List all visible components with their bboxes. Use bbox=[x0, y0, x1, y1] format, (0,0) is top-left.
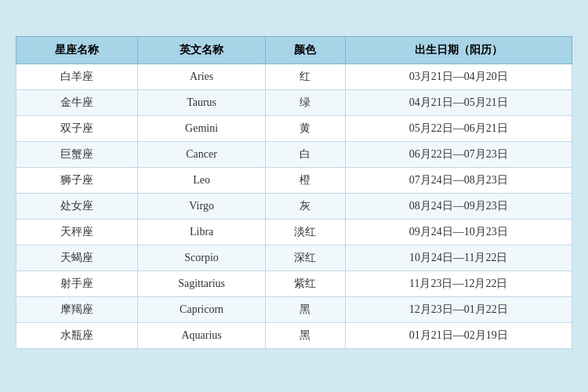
table-row: 处女座Virgo灰08月24日—09月23日 bbox=[16, 193, 572, 219]
cell-dates: 01月21日—02月19日 bbox=[345, 322, 572, 348]
cell-dates: 08月24日—09月23日 bbox=[345, 193, 572, 219]
cell-dates: 04月21日—05月21日 bbox=[345, 89, 572, 115]
cell-english-name: Aries bbox=[138, 64, 266, 89]
cell-color: 淡红 bbox=[265, 219, 345, 245]
table-header-row: 星座名称 英文名称 颜色 出生日期（阳历） bbox=[16, 36, 572, 64]
cell-english-name: Sagittarius bbox=[138, 270, 266, 296]
cell-color: 黄 bbox=[265, 115, 345, 141]
cell-english-name: Leo bbox=[138, 167, 266, 193]
cell-english-name: Scorpio bbox=[138, 245, 266, 270]
cell-color: 深红 bbox=[265, 245, 345, 270]
table-row: 射手座Sagittarius紫红11月23日—12月22日 bbox=[16, 270, 572, 296]
cell-dates: 12月23日—01月22日 bbox=[345, 296, 572, 322]
cell-dates: 05月22日—06月21日 bbox=[345, 115, 572, 141]
cell-color: 黑 bbox=[265, 296, 345, 322]
cell-dates: 11月23日—12月22日 bbox=[345, 270, 572, 296]
table-row: 巨蟹座Cancer白06月22日—07月23日 bbox=[16, 141, 572, 167]
cell-dates: 07月24日—08月23日 bbox=[345, 167, 572, 193]
cell-color: 橙 bbox=[265, 167, 345, 193]
table-row: 天秤座Libra淡红09月24日—10月23日 bbox=[16, 219, 572, 245]
table-row: 金牛座Taurus绿04月21日—05月21日 bbox=[16, 89, 572, 115]
cell-english-name: Gemini bbox=[138, 115, 266, 141]
cell-color: 白 bbox=[265, 141, 345, 167]
table-row: 白羊座Aries红03月21日—04月20日 bbox=[16, 64, 572, 89]
cell-english-name: Taurus bbox=[138, 89, 266, 115]
cell-chinese-name: 处女座 bbox=[16, 193, 138, 219]
table-row: 水瓶座Aquarius黑01月21日—02月19日 bbox=[16, 322, 572, 348]
cell-color: 绿 bbox=[265, 89, 345, 115]
header-english-name: 英文名称 bbox=[138, 36, 266, 64]
cell-english-name: Libra bbox=[138, 219, 266, 245]
table-row: 双子座Gemini黄05月22日—06月21日 bbox=[16, 115, 572, 141]
cell-dates: 06月22日—07月23日 bbox=[345, 141, 572, 167]
cell-chinese-name: 巨蟹座 bbox=[16, 141, 138, 167]
table-row: 狮子座Leo橙07月24日—08月23日 bbox=[16, 167, 572, 193]
cell-dates: 09月24日—10月23日 bbox=[345, 219, 572, 245]
header-chinese-name: 星座名称 bbox=[16, 36, 138, 64]
cell-color: 红 bbox=[265, 64, 345, 89]
cell-dates: 03月21日—04月20日 bbox=[345, 64, 572, 89]
zodiac-table: 星座名称 英文名称 颜色 出生日期（阳历） 白羊座Aries红03月21日—04… bbox=[16, 36, 572, 349]
cell-english-name: Aquarius bbox=[138, 322, 266, 348]
cell-english-name: Cancer bbox=[138, 141, 266, 167]
cell-chinese-name: 白羊座 bbox=[16, 64, 138, 89]
cell-color: 灰 bbox=[265, 193, 345, 219]
header-dates: 出生日期（阳历） bbox=[345, 36, 572, 64]
cell-chinese-name: 天秤座 bbox=[16, 219, 138, 245]
cell-chinese-name: 双子座 bbox=[16, 115, 138, 141]
table-row: 天蝎座Scorpio深红10月24日—11月22日 bbox=[16, 245, 572, 270]
header-color: 颜色 bbox=[265, 36, 345, 64]
cell-color: 紫红 bbox=[265, 270, 345, 296]
cell-chinese-name: 天蝎座 bbox=[16, 245, 138, 270]
cell-chinese-name: 狮子座 bbox=[16, 167, 138, 193]
main-container: 星座名称 英文名称 颜色 出生日期（阳历） 白羊座Aries红03月21日—04… bbox=[0, 28, 588, 365]
cell-chinese-name: 水瓶座 bbox=[16, 322, 138, 348]
cell-chinese-name: 金牛座 bbox=[16, 89, 138, 115]
table-row: 摩羯座Capricorn黑12月23日—01月22日 bbox=[16, 296, 572, 322]
cell-chinese-name: 摩羯座 bbox=[16, 296, 138, 322]
cell-dates: 10月24日—11月22日 bbox=[345, 245, 572, 270]
cell-color: 黑 bbox=[265, 322, 345, 348]
cell-chinese-name: 射手座 bbox=[16, 270, 138, 296]
cell-english-name: Capricorn bbox=[138, 296, 266, 322]
cell-english-name: Virgo bbox=[138, 193, 266, 219]
